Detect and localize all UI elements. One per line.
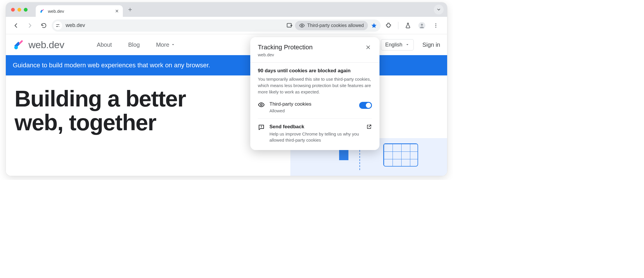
minimize-window-button[interactable] — [17, 8, 21, 12]
site-brand-text: web.dev — [28, 39, 64, 50]
toolbar-separator — [398, 22, 398, 29]
cookie-toggle[interactable] — [359, 102, 372, 109]
hero-line-2: web, together — [15, 110, 156, 135]
window-controls — [11, 8, 28, 12]
banner-text: Guidance to build modern web experiences… — [13, 62, 210, 69]
feedback-title: Send feedback — [269, 124, 361, 130]
svg-point-1 — [58, 24, 59, 25]
open-external-icon — [366, 124, 372, 130]
toolbar: web.dev Third-party cookies allowed — [6, 17, 447, 34]
bookmark-star-icon[interactable] — [369, 19, 379, 32]
browser-window: web.dev ✕ web.dev — [6, 2, 447, 176]
eye-icon — [299, 23, 305, 28]
feedback-body: Help us improve Chrome by telling us why… — [269, 131, 361, 143]
site-header: web.dev About Blog More English Sign in — [6, 34, 447, 55]
feedback-icon — [258, 124, 265, 131]
chrome-menu-icon[interactable] — [430, 19, 442, 32]
labs-icon[interactable] — [402, 19, 414, 32]
webdev-favicon — [40, 8, 45, 14]
profile-icon[interactable] — [416, 19, 428, 32]
site-brand[interactable]: web.dev — [13, 39, 64, 51]
tab-search-button[interactable] — [434, 5, 444, 15]
chevron-down-icon — [171, 43, 175, 47]
popover-host: web.dev — [258, 52, 313, 57]
address-text: web.dev — [66, 22, 284, 28]
hero: Building a better web, together — [6, 75, 447, 146]
nav-blog[interactable]: Blog — [128, 41, 140, 48]
site-settings-icon[interactable] — [53, 21, 62, 30]
forward-button[interactable] — [24, 19, 36, 32]
popover-body: You temporarily allowed this site to use… — [258, 76, 372, 95]
svg-point-11 — [260, 104, 262, 106]
site-header-right: English Sign in — [381, 39, 440, 50]
cookie-chip-label: Third-party cookies allowed — [307, 23, 364, 28]
tab-strip: web.dev ✕ — [6, 2, 447, 17]
nav-about[interactable]: About — [97, 41, 112, 48]
webdev-logo-icon — [13, 39, 25, 51]
nav-more-label: More — [156, 41, 169, 48]
svg-point-0 — [40, 11, 42, 13]
maximize-window-button[interactable] — [24, 8, 28, 12]
svg-point-4 — [301, 25, 303, 26]
eye-icon — [258, 101, 265, 108]
language-label: English — [385, 42, 402, 48]
third-party-cookies-row: Third-party cookies Allowed — [258, 101, 372, 119]
close-window-button[interactable] — [11, 8, 15, 12]
svg-point-10 — [14, 46, 18, 49]
divider — [250, 62, 379, 63]
popover-close-button[interactable] — [364, 44, 372, 51]
page-content: web.dev About Blog More English Sign in … — [6, 34, 447, 176]
new-tab-button[interactable] — [125, 5, 135, 15]
back-button[interactable] — [10, 19, 22, 32]
chevron-down-icon — [405, 43, 409, 47]
cookie-row-label: Third-party cookies — [269, 101, 355, 107]
sign-in-link[interactable]: Sign in — [422, 41, 440, 48]
tracking-protection-popover: Tracking Protection web.dev 90 days unti… — [250, 37, 379, 150]
popover-title: Tracking Protection — [258, 44, 313, 51]
nav-more[interactable]: More — [156, 41, 175, 48]
language-select[interactable]: English — [381, 39, 414, 50]
active-tab[interactable]: web.dev ✕ — [36, 5, 123, 17]
svg-point-9 — [435, 27, 436, 28]
extensions-icon[interactable] — [382, 19, 395, 32]
svg-point-8 — [435, 25, 436, 26]
svg-point-7 — [435, 23, 436, 24]
page-banner: Guidance to build modern web experiences… — [6, 55, 447, 75]
svg-point-6 — [421, 24, 423, 26]
address-bar[interactable]: web.dev Third-party cookies allowed — [52, 19, 381, 32]
install-app-icon[interactable] — [285, 21, 294, 30]
send-feedback-row[interactable]: Send feedback Help us improve Chrome by … — [258, 124, 372, 143]
svg-point-2 — [57, 26, 57, 27]
tab-title: web.dev — [48, 9, 112, 14]
cookie-status-chip[interactable]: Third-party cookies allowed — [295, 21, 368, 30]
hero-line-1: Building a better — [15, 86, 186, 111]
site-nav: About Blog More — [97, 41, 175, 48]
reload-button[interactable] — [38, 19, 50, 32]
close-tab-button[interactable]: ✕ — [115, 8, 119, 14]
cookie-row-state: Allowed — [269, 108, 355, 113]
close-icon — [366, 45, 371, 50]
popover-heading: 90 days until cookies are blocked again — [258, 68, 372, 74]
